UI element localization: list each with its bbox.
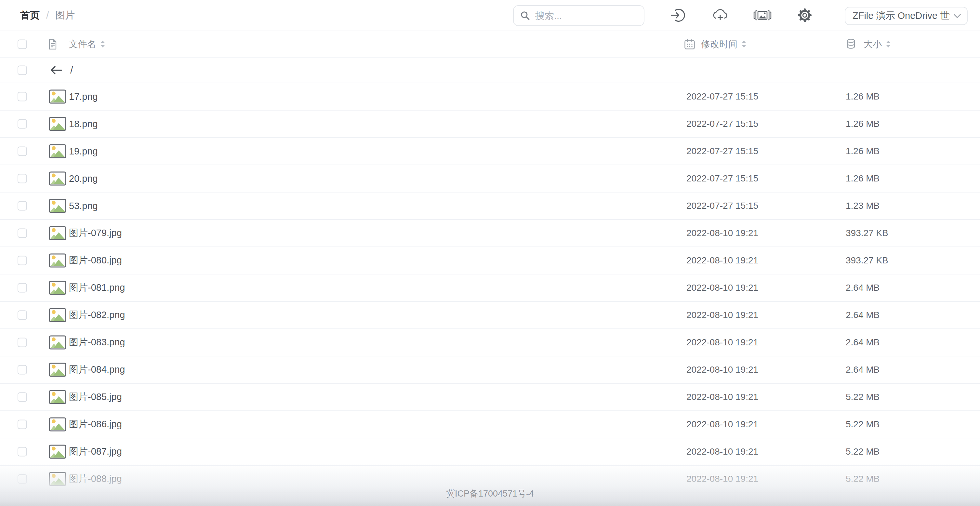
select-all-checkbox[interactable]	[18, 39, 27, 49]
image-file-icon	[49, 417, 66, 431]
table-row[interactable]: 图片-080.jpg 2022-08-10 19:21 393.27 KB	[0, 247, 980, 274]
sort-by-name[interactable]: 文件名	[69, 38, 105, 50]
file-name-link[interactable]: 图片-085.jpg	[69, 391, 122, 404]
image-file-icon	[49, 171, 66, 186]
row-checkbox[interactable]	[18, 146, 27, 156]
image-file-icon	[49, 308, 66, 322]
file-modified-time: 2022-07-27 15:15	[686, 91, 758, 102]
table-row[interactable]: 19.png 2022-07-27 15:15 1.26 MB	[0, 138, 980, 165]
search-input[interactable]	[535, 10, 637, 21]
file-name-link[interactable]: 20.png	[69, 173, 98, 184]
file-modified-time: 2022-07-27 15:15	[686, 146, 758, 156]
file-modified-time: 2022-07-27 15:15	[686, 173, 758, 184]
table-row[interactable]: 图片-085.jpg 2022-08-10 19:21 5.22 MB	[0, 384, 980, 411]
row-checkbox[interactable]	[18, 310, 27, 320]
image-file-icon	[49, 335, 66, 350]
file-name-link[interactable]: 17.png	[69, 91, 98, 102]
row-checkbox[interactable]	[18, 338, 27, 347]
row-checkbox[interactable]	[18, 283, 27, 293]
image-file-icon	[49, 472, 66, 486]
table-row[interactable]: 图片-081.png 2022-08-10 19:21 2.64 MB	[0, 274, 980, 302]
breadcrumb: 首页 / 图片	[20, 0, 75, 30]
file-size: 2.64 MB	[846, 283, 880, 293]
table-row[interactable]: 17.png 2022-07-27 15:15 1.26 MB	[0, 83, 980, 111]
file-modified-time: 2022-08-10 19:21	[686, 255, 758, 266]
file-size: 2.64 MB	[846, 337, 880, 348]
file-rows: 17.png 2022-07-27 15:15 1.26 MB 18.png 2…	[0, 83, 980, 493]
file-modified-time: 2022-07-27 15:15	[686, 119, 758, 129]
file-size: 2.64 MB	[846, 364, 880, 375]
icp-license-link[interactable]: 冀ICP备17004571号-4	[0, 488, 980, 500]
table-row[interactable]: 18.png 2022-07-27 15:15 1.26 MB	[0, 111, 980, 138]
table-row[interactable]: 图片-083.png 2022-08-10 19:21 2.64 MB	[0, 329, 980, 356]
table-row[interactable]: 图片-084.png 2022-08-10 19:21 2.64 MB	[0, 356, 980, 384]
file-name-link[interactable]: 图片-086.jpg	[69, 418, 122, 431]
header-name-label: 文件名	[69, 38, 96, 50]
file-size: 5.22 MB	[846, 419, 880, 430]
file-size: 1.26 MB	[846, 173, 880, 184]
table-row[interactable]: 图片-082.png 2022-08-10 19:21 2.64 MB	[0, 302, 980, 329]
file-name-link[interactable]: 53.png	[69, 200, 98, 212]
file-size: 393.27 KB	[846, 228, 888, 239]
file-size: 1.26 MB	[846, 119, 880, 129]
row-checkbox[interactable]	[18, 201, 27, 211]
file-name-link[interactable]: 19.png	[69, 146, 98, 157]
sort-by-modified[interactable]: 修改时间	[684, 38, 746, 50]
back-to-parent-row[interactable]: /	[0, 57, 980, 83]
breadcrumb-home[interactable]: 首页	[20, 9, 40, 22]
image-file-icon	[49, 89, 66, 104]
settings-gear-icon[interactable]	[793, 0, 816, 30]
search-icon	[520, 11, 530, 21]
image-file-icon	[49, 226, 66, 240]
table-row[interactable]: 53.png 2022-07-27 15:15 1.23 MB	[0, 193, 980, 220]
file-modified-time: 2022-08-10 19:21	[686, 474, 758, 484]
row-checkbox[interactable]	[18, 420, 27, 429]
toolbar-icons	[667, 0, 816, 30]
row-checkbox[interactable]	[18, 92, 27, 102]
row-checkbox[interactable]	[18, 256, 27, 265]
file-modified-time: 2022-08-10 19:21	[686, 447, 758, 457]
file-name-link[interactable]: 图片-081.png	[69, 281, 125, 294]
row-checkbox[interactable]	[18, 229, 27, 238]
table-row[interactable]: 图片-079.jpg 2022-08-10 19:21 393.27 KB	[0, 220, 980, 247]
table-row[interactable]: 图片-086.jpg 2022-08-10 19:21 5.22 MB	[0, 411, 980, 438]
file-modified-time: 2022-08-10 19:21	[686, 337, 758, 348]
back-arrow-icon[interactable]	[49, 65, 62, 75]
sort-by-size[interactable]: 大小	[846, 38, 891, 50]
file-name-link[interactable]: 图片-079.jpg	[69, 227, 122, 240]
file-size: 1.23 MB	[846, 200, 880, 211]
file-modified-time: 2022-07-27 15:15	[686, 200, 758, 211]
login-icon[interactable]	[667, 0, 689, 30]
sort-arrows-icon	[100, 40, 105, 48]
cloud-upload-icon[interactable]	[709, 0, 732, 30]
table-row[interactable]: 图片-087.jpg 2022-08-10 19:21 5.22 MB	[0, 438, 980, 466]
image-file-icon	[49, 253, 66, 267]
file-modified-time: 2022-08-10 19:21	[686, 310, 758, 320]
row-checkbox[interactable]	[18, 365, 27, 375]
file-name-link[interactable]: 图片-088.jpg	[69, 473, 122, 485]
row-checkbox[interactable]	[18, 447, 27, 457]
row-checkbox[interactable]	[18, 119, 27, 129]
top-bar: 首页 / 图片	[0, 0, 980, 31]
database-icon	[846, 38, 856, 50]
file-name-link[interactable]: 图片-082.png	[69, 309, 125, 321]
row-checkbox[interactable]	[18, 393, 27, 402]
file-modified-time: 2022-08-10 19:21	[686, 283, 758, 293]
chevron-down-icon	[950, 14, 961, 19]
current-path: /	[70, 65, 73, 76]
table-row[interactable]: 20.png 2022-07-27 15:15 1.26 MB	[0, 165, 980, 193]
image-file-icon	[49, 144, 66, 158]
file-name-link[interactable]: 图片-087.jpg	[69, 445, 122, 458]
row-checkbox[interactable]	[18, 65, 27, 75]
file-name-link[interactable]: 图片-083.png	[69, 336, 125, 349]
file-size: 1.26 MB	[846, 146, 880, 156]
header-size-label: 大小	[864, 38, 882, 50]
file-name-link[interactable]: 图片-084.png	[69, 363, 125, 376]
file-name-link[interactable]: 图片-080.jpg	[69, 254, 122, 267]
storage-select[interactable]: ZFile 演示 OneDrive 世纪	[845, 7, 968, 25]
row-checkbox[interactable]	[18, 474, 27, 484]
breadcrumb-current-folder[interactable]: 图片	[55, 9, 75, 22]
row-checkbox[interactable]	[18, 174, 27, 183]
file-name-link[interactable]: 18.png	[69, 119, 98, 129]
gallery-view-icon[interactable]	[751, 0, 774, 30]
